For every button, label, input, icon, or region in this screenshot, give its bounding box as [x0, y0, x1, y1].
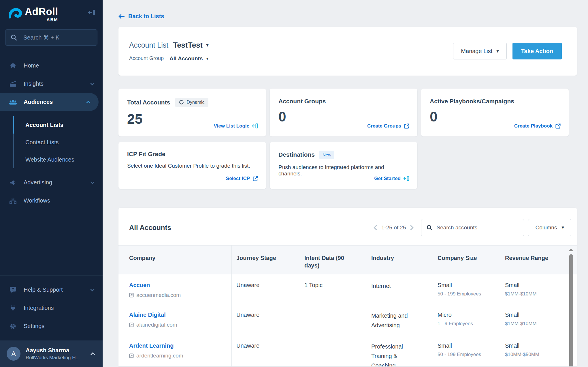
sidebar-item-integrations[interactable]: Integrations — [0, 299, 103, 317]
avatar: A — [7, 347, 20, 361]
company-domain[interactable]: accuenmedia.com — [129, 292, 231, 299]
main-content: Back to Lists Account List TestTest ▾ Ac… — [103, 0, 588, 367]
link-label: View List Logic — [214, 123, 249, 129]
sidebar-item-workflows[interactable]: Workflows — [0, 192, 103, 210]
size-value: Small — [438, 342, 500, 349]
sidebar: AdRoll ABM Home Insights — [0, 0, 103, 367]
revenue-range-cell: Small $1MM-$10MM — [500, 304, 577, 335]
column-header-revenue-range[interactable]: Revenue Range — [500, 246, 577, 274]
brand-sub: ABM — [47, 17, 58, 22]
get-started-link[interactable]: Get Started — [374, 176, 409, 181]
sidebar-item-home[interactable]: Home — [0, 57, 103, 75]
sidebar-search-input[interactable] — [23, 34, 87, 41]
destinations-card: Destinations New Push audiences to integ… — [270, 142, 417, 189]
revenue-detail: $1MM-$10MM — [505, 320, 577, 327]
pagination-label: 1-25 of 25 — [381, 224, 406, 231]
sidebar-item-label: Audiences — [24, 99, 53, 105]
table-header-row: Company Journey Stage Intent Data (90 da… — [118, 245, 577, 274]
back-arrow-icon — [118, 14, 125, 19]
sidebar-item-label: Help & Support — [24, 287, 63, 293]
caret-down-icon[interactable]: ▾ — [206, 56, 209, 61]
domain-label: alainedigital.com — [136, 321, 177, 328]
external-link-icon — [253, 176, 258, 181]
column-header-journey-stage[interactable]: Journey Stage — [232, 246, 300, 274]
sidebar-item-settings[interactable]: Settings — [0, 317, 103, 335]
list-header-card: Account List TestTest ▾ Account Group Al… — [118, 27, 577, 76]
columns-label: Columns — [535, 224, 557, 231]
sidebar-item-label: Integrations — [24, 305, 54, 311]
revenue-detail: $10MM-$50MM — [505, 351, 577, 358]
create-playbook-link[interactable]: Create Playbook — [514, 123, 561, 129]
journey-stage-cell: Unaware — [232, 335, 300, 366]
table-scrollbar[interactable] — [569, 247, 573, 366]
page-prev-icon[interactable] — [374, 225, 377, 231]
sidebar-item-advertising[interactable]: Advertising — [0, 173, 103, 192]
link-label: Create Playbook — [514, 123, 553, 129]
columns-button[interactable]: Columns ▾ — [528, 219, 571, 236]
external-link-icon — [129, 323, 134, 327]
dynamic-badge: Dynamic — [175, 98, 208, 107]
sidebar-item-help-support[interactable]: ? Help & Support — [0, 281, 103, 299]
playbooks-value: 0 — [430, 109, 560, 125]
company-link[interactable]: Ardent Learning — [129, 342, 231, 349]
sidebar-footer-nav: ? Help & Support Integrations Settings — [0, 276, 103, 335]
sidebar-item-label: Insights — [24, 80, 44, 87]
accounts-search[interactable] — [421, 219, 524, 236]
industry-cell: Marketing and Advertising — [367, 304, 433, 335]
card-title: Active Playbooks/Campaigns — [430, 98, 514, 105]
playbooks-card: Active Playbooks/Campaigns 0 Create Play… — [421, 89, 569, 136]
manage-list-button[interactable]: Manage List ▾ — [453, 43, 507, 59]
scrollbar-thumb[interactable] — [569, 254, 573, 366]
chevron-up-icon — [86, 101, 91, 104]
plug-icon — [9, 305, 17, 312]
sidebar-item-website-audiences[interactable]: Website Audiences — [0, 151, 103, 168]
refresh-icon — [179, 100, 184, 105]
svg-text:?: ? — [12, 287, 14, 291]
select-icp-link[interactable]: Select ICP — [226, 176, 258, 181]
company-link[interactable]: Accuen — [129, 281, 231, 289]
sidebar-item-contact-lists[interactable]: Contact Lists — [0, 134, 103, 151]
company-link[interactable]: Alaine Digital — [129, 311, 231, 319]
sidebar-nav: Home Insights Audiences Account Lists Co… — [0, 57, 103, 210]
column-header-intent-data[interactable]: Intent Data (90 days) — [300, 246, 367, 274]
page-next-icon[interactable] — [410, 225, 414, 231]
caret-down-icon[interactable]: ▾ — [206, 42, 209, 48]
company-domain[interactable]: alainedigital.com — [129, 321, 231, 328]
pagination: 1-25 of 25 — [374, 224, 414, 231]
revenue-value: Small — [505, 281, 577, 289]
create-groups-link[interactable]: Create Groups — [367, 123, 409, 129]
column-header-company[interactable]: Company — [118, 246, 232, 274]
industry-cell: Professional Training & Coaching — [367, 335, 433, 366]
take-action-button[interactable]: Take Action — [512, 43, 562, 59]
chevron-up-icon — [91, 352, 95, 355]
column-header-industry[interactable]: Industry — [367, 246, 433, 274]
link-label: Get Started — [374, 176, 401, 181]
company-size-cell: Small 50 - 199 Employees — [433, 335, 500, 366]
revenue-value: Small — [505, 342, 577, 349]
chevron-down-icon — [90, 83, 95, 85]
accounts-search-input[interactable] — [436, 224, 511, 231]
company-cell: Alaine Digital alainedigital.com — [118, 304, 232, 335]
back-label: Back to Lists — [128, 13, 164, 20]
sidebar-item-account-lists[interactable]: Account Lists — [0, 116, 103, 134]
sidebar-item-label: Home — [24, 62, 39, 69]
company-cell: Ardent Learning ardentlearning.com — [118, 335, 232, 366]
table-row: Accuen accuenmedia.com Unaware 1 Topic I… — [118, 274, 577, 304]
audiences-icon — [9, 99, 17, 105]
external-link-icon — [404, 123, 409, 129]
stats-row: Total Accounts Dynamic 25 View List Logi… — [118, 89, 577, 136]
back-to-lists-link[interactable]: Back to Lists — [118, 13, 164, 20]
company-size-cell: Small 50 - 199 Employees — [433, 274, 500, 304]
company-domain[interactable]: ardentlearning.com — [129, 352, 231, 359]
view-list-logic-link[interactable]: View List Logic — [214, 123, 258, 129]
user-menu[interactable]: A Aayush Sharma RollWorks Marketing H... — [0, 340, 103, 367]
sidebar-collapse-icon[interactable] — [88, 9, 96, 17]
icp-description: Select one Ideal Customer Profile to gra… — [127, 163, 257, 169]
scrollbar-up-arrow[interactable] — [569, 248, 573, 251]
sidebar-search[interactable] — [5, 29, 97, 46]
sidebar-item-audiences[interactable]: Audiences — [0, 93, 99, 111]
panel-open-icon — [252, 123, 258, 129]
column-header-company-size[interactable]: Company Size — [433, 246, 500, 274]
journey-stage-cell: Unaware — [232, 274, 300, 304]
sidebar-item-insights[interactable]: Insights — [0, 75, 103, 93]
